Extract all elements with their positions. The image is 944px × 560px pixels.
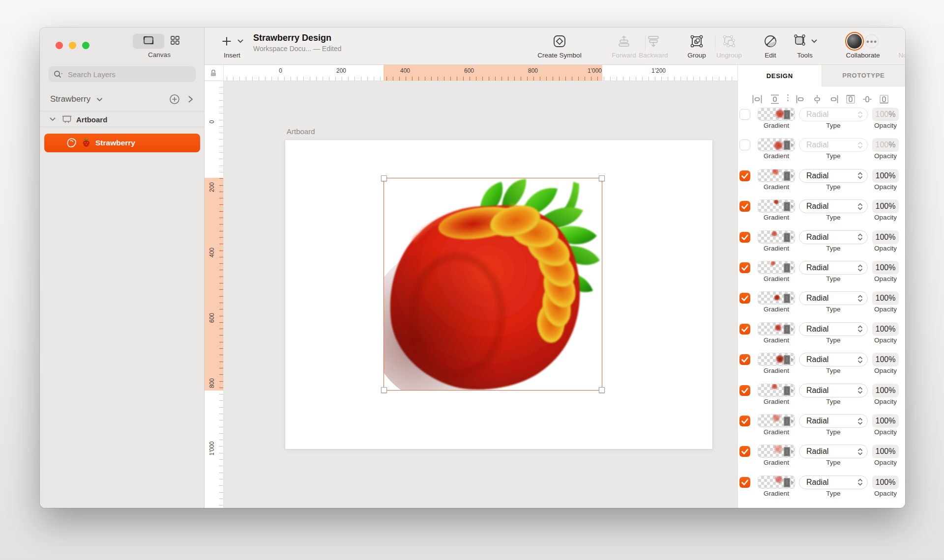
gradient-enabled-checkbox[interactable] xyxy=(739,293,750,304)
resize-handle-se[interactable] xyxy=(599,387,605,393)
gradient-swatch[interactable] xyxy=(758,476,795,489)
gradient-enabled-checkbox[interactable] xyxy=(739,232,750,243)
gradient-opacity-field[interactable]: 100% xyxy=(872,384,899,397)
gradient-column-label: Gradient xyxy=(758,490,795,497)
gradient-opacity-field[interactable]: 100% xyxy=(872,322,899,336)
close-button[interactable] xyxy=(56,42,63,49)
notifications-button[interactable]: Notifications xyxy=(894,31,905,59)
gradient-enabled-checkbox[interactable] xyxy=(739,324,750,335)
gradient-opacity-field[interactable]: 100% xyxy=(872,169,899,183)
resize-handle-sw[interactable] xyxy=(381,387,387,393)
gradient-opacity-field[interactable]: 100% xyxy=(872,445,899,458)
gradient-opacity-field[interactable]: 100% xyxy=(872,261,899,275)
ruler-tick xyxy=(700,77,700,81)
gradient-type-select[interactable]: Radial xyxy=(799,445,868,458)
gradient-enabled-checkbox[interactable] xyxy=(739,385,750,396)
artboard-title[interactable]: Artboard xyxy=(287,127,315,136)
insert-button[interactable]: Insert xyxy=(217,31,247,59)
collaborate-button[interactable]: ●●● Collaborate xyxy=(841,31,885,59)
gradient-opacity-field[interactable]: 100% xyxy=(872,138,899,152)
gradient-type-select[interactable]: Radial xyxy=(799,138,868,152)
search-input[interactable] xyxy=(67,70,175,79)
gradient-swatch[interactable] xyxy=(758,230,795,244)
vertical-ruler[interactable]: 02004006008001'000 xyxy=(205,81,224,508)
gradient-opacity-field[interactable]: 100% xyxy=(872,291,899,305)
check-icon xyxy=(739,385,750,396)
gradient-swatch[interactable] xyxy=(758,138,795,151)
gradient-enabled-checkbox[interactable] xyxy=(739,262,750,273)
gradient-enabled-checkbox[interactable] xyxy=(739,201,750,212)
gradient-type-select[interactable]: Radial xyxy=(799,384,868,397)
gradient-enabled-checkbox[interactable] xyxy=(739,109,750,120)
gradient-type-select[interactable]: Radial xyxy=(799,291,868,305)
gradient-swatch[interactable] xyxy=(758,445,795,458)
gradient-type-select[interactable]: Radial xyxy=(799,261,868,275)
grid-view-button[interactable] xyxy=(164,34,186,49)
horizontal-ruler[interactable]: 02004006008001'0001'200 xyxy=(224,65,738,81)
canvas-view-button[interactable] xyxy=(133,34,164,49)
chevron-down-icon[interactable] xyxy=(50,117,56,121)
page-dropdown[interactable]: Strawberry xyxy=(50,94,103,104)
ruler-tick xyxy=(219,198,223,198)
gradient-swatch[interactable] xyxy=(758,169,795,182)
gradient-preset-icon xyxy=(784,233,790,242)
search-field[interactable] xyxy=(49,66,196,82)
group-button[interactable]: Group xyxy=(682,31,711,59)
gradient-type-select[interactable]: Radial xyxy=(799,169,868,183)
gradient-swatch[interactable] xyxy=(758,199,795,213)
gradient-enabled-checkbox[interactable] xyxy=(739,140,750,150)
gradient-enabled-checkbox[interactable] xyxy=(739,446,750,457)
canvas-area[interactable]: Artboard xyxy=(224,81,738,508)
create-symbol-button[interactable]: Create Symbol xyxy=(535,31,584,59)
gradient-type-select[interactable]: Radial xyxy=(799,230,868,244)
gradient-type-select[interactable]: Radial xyxy=(799,353,868,366)
gradient-enabled-checkbox[interactable] xyxy=(739,416,750,426)
gradient-opacity-field[interactable]: 100% xyxy=(872,108,899,121)
gradient-opacity-field[interactable]: 100% xyxy=(872,353,899,366)
gradient-row: Radial 100% Gradient Type Opacity xyxy=(738,283,905,313)
resize-handle-ne[interactable] xyxy=(599,175,605,181)
gradient-swatch[interactable] xyxy=(758,384,795,397)
gradient-type-select[interactable]: Radial xyxy=(799,414,868,428)
edit-button[interactable]: Edit xyxy=(757,31,784,59)
ruler-tick xyxy=(553,77,553,81)
gradient-swatch[interactable] xyxy=(758,261,795,274)
zoom-button[interactable] xyxy=(82,42,89,49)
ruler-tick xyxy=(527,77,528,81)
minimize-button[interactable] xyxy=(69,42,76,49)
gradient-swatch[interactable] xyxy=(758,353,795,366)
gradient-preset-icon xyxy=(784,294,790,303)
gradient-type-select[interactable]: Radial xyxy=(799,108,868,121)
add-page-button[interactable] xyxy=(169,93,180,107)
gradient-enabled-checkbox[interactable] xyxy=(739,477,750,488)
gradient-opacity-field[interactable]: 100% xyxy=(872,230,899,244)
gradient-type-select[interactable]: Radial xyxy=(799,322,868,336)
gradient-enabled-checkbox[interactable] xyxy=(739,170,750,181)
lock-icon[interactable] xyxy=(209,69,217,79)
ungroup-button[interactable]: Ungroup xyxy=(711,31,747,59)
gradient-swatch[interactable] xyxy=(758,414,795,427)
page-forward-button[interactable] xyxy=(185,94,195,107)
resize-handle-nw[interactable] xyxy=(381,175,387,181)
tab-design[interactable]: DESIGN xyxy=(738,65,822,86)
gradient-swatch[interactable] xyxy=(758,322,795,336)
backward-button[interactable]: Backward xyxy=(637,31,670,59)
stepper-chevrons-icon xyxy=(857,448,863,456)
gradient-opacity-field[interactable]: 100% xyxy=(872,476,899,489)
tab-prototype[interactable]: PROTOTYPE xyxy=(822,65,906,86)
ruler-tick xyxy=(219,172,223,172)
forward-button[interactable]: Forward xyxy=(609,31,639,59)
gradient-type-select[interactable]: Radial xyxy=(799,476,868,489)
gradient-swatch[interactable] xyxy=(758,108,795,121)
gradient-enabled-checkbox[interactable] xyxy=(739,354,750,365)
selection-box[interactable] xyxy=(384,178,602,391)
gradient-type-select[interactable]: Radial xyxy=(799,199,868,213)
ruler-tick xyxy=(636,77,636,81)
sidebar-item-artboard[interactable]: Artboard xyxy=(40,112,205,127)
tools-button[interactable]: Tools xyxy=(789,31,821,59)
sidebar-item-strawberry[interactable]: Strawberry xyxy=(44,134,200,152)
gradient-swatch[interactable] xyxy=(758,291,795,305)
gradient-opacity-field[interactable]: 100% xyxy=(872,414,899,428)
ruler-tick xyxy=(444,77,444,81)
gradient-opacity-field[interactable]: 100% xyxy=(872,199,899,213)
